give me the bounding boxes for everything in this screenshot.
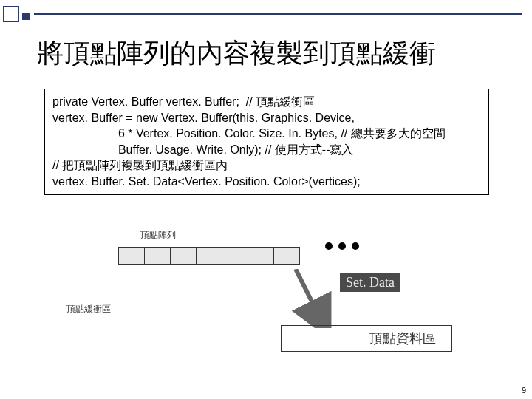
page-number: 9 bbox=[522, 386, 526, 395]
buffer-region-label: 頂點緩衝區 bbox=[66, 303, 111, 316]
array-cell bbox=[222, 247, 248, 265]
vertex-array-row bbox=[118, 247, 299, 265]
code-line: // 把頂點陣列複製到頂點緩衝區內 bbox=[52, 159, 228, 171]
code-line: 6 * Vertex. Position. Color. Size. In. B… bbox=[52, 127, 446, 140]
small-square-icon bbox=[22, 13, 30, 20]
array-cell bbox=[196, 247, 222, 265]
array-cell bbox=[118, 247, 145, 265]
square-icon bbox=[3, 6, 19, 22]
slide-title: 將頂點陣列的內容複製到頂點緩衝 bbox=[37, 35, 436, 72]
array-label: 頂點陣列 bbox=[140, 229, 176, 242]
code-line: Buffer. Usage. Write. Only); // 使用方式--寫入 bbox=[52, 143, 354, 156]
arrow-label: Set. Data bbox=[340, 273, 400, 292]
code-line: vertex. Buffer = new Vertex. Buffer(this… bbox=[52, 112, 355, 124]
array-cell bbox=[248, 247, 274, 265]
svg-line-0 bbox=[296, 269, 321, 321]
header-decoration bbox=[3, 6, 522, 22]
header-line bbox=[34, 13, 522, 15]
arrow-down-icon bbox=[281, 269, 340, 331]
ellipsis-icon bbox=[325, 242, 359, 250]
code-line: vertex. Buffer. Set. Data<Vertex. Positi… bbox=[52, 175, 361, 188]
data-area-label: 頂點資料區 bbox=[369, 330, 436, 347]
code-block: private Vertex. Buffer vertex. Buffer; /… bbox=[44, 89, 489, 195]
array-cell bbox=[170, 247, 197, 265]
code-line: private Vertex. Buffer vertex. Buffer; /… bbox=[52, 95, 315, 108]
array-cell bbox=[144, 247, 171, 265]
array-cell bbox=[273, 247, 300, 265]
